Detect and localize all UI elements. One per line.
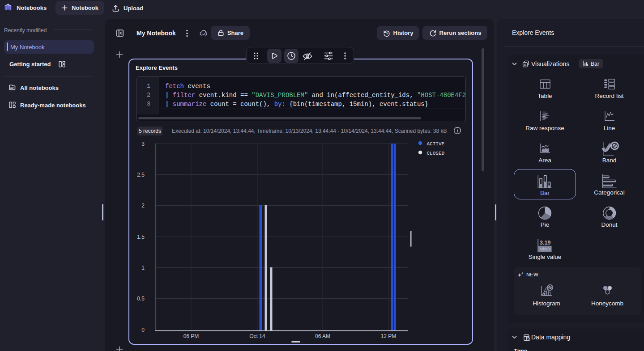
svg-text:3.19: 3.19 [540, 240, 550, 246]
svg-text:06 AM: 06 AM [315, 333, 330, 339]
svg-text:CLOSED: CLOSED [427, 151, 445, 156]
svg-text:0.5: 0.5 [137, 296, 145, 302]
svg-text:Oct 14: Oct 14 [249, 333, 265, 339]
svg-text:ACTIVE: ACTIVE [427, 141, 445, 147]
svg-text:0: 0 [141, 327, 145, 333]
svg-text:Mbit/s: Mbit/s [539, 246, 551, 251]
svg-text:1: 1 [141, 265, 145, 271]
svg-text:2: 2 [141, 203, 145, 209]
svg-text:1.5: 1.5 [137, 234, 145, 240]
svg-text:12 PM: 12 PM [381, 333, 397, 339]
svg-text:2.5: 2.5 [137, 172, 145, 178]
svg-text:3: 3 [141, 141, 145, 147]
svg-text:06 PM: 06 PM [183, 333, 199, 339]
